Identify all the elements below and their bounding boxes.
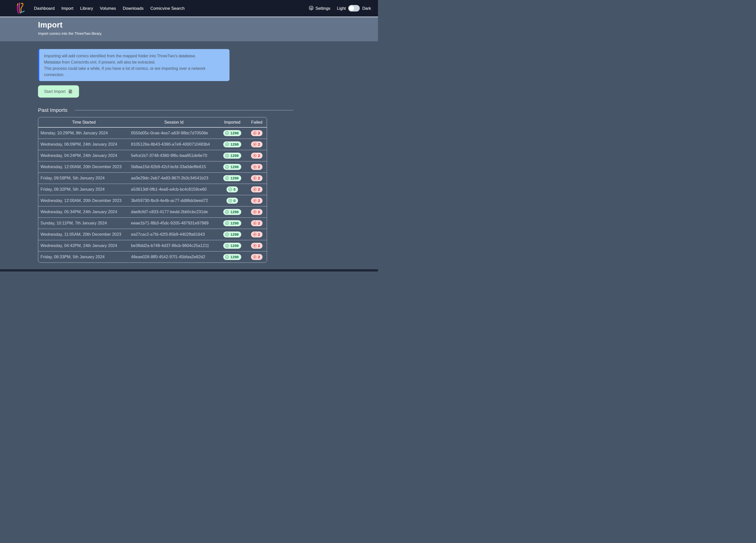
nav-item-comicvine-search[interactable]: Comicvine Search xyxy=(150,6,185,11)
cell-imported: 1298 xyxy=(218,127,246,139)
imported-count-badge: 1298 xyxy=(223,164,241,170)
check-circle-icon xyxy=(225,131,229,135)
note-line: Metadata from ComicInfo.xml, if present,… xyxy=(44,59,223,65)
failed-count-badge: 2 xyxy=(251,186,263,192)
imported-count: 1298 xyxy=(230,165,239,169)
cell-failed: 2 xyxy=(246,251,267,262)
cell-failed: 2 xyxy=(246,240,267,251)
nav-item-library[interactable]: Library xyxy=(80,6,93,11)
check-circle-icon xyxy=(225,232,229,236)
cell-time-started: Sunday, 10:11PM, 7th January 2024 xyxy=(38,217,129,229)
cell-time-started: Wednesday, 12:00AM, 20th December 2023 xyxy=(38,161,129,172)
cell-session-id: 5b8aa15d-62b9-42cf-bcfd-33a0de9fe615 xyxy=(129,161,218,172)
failed-count: 2 xyxy=(258,232,260,236)
cell-failed: 2 xyxy=(246,150,267,161)
start-import-label: Start Import xyxy=(44,89,65,94)
failed-count: 2 xyxy=(258,176,260,180)
imported-count-badge: 1298 xyxy=(223,141,241,147)
cell-session-id: 8105126a-8b43-4390-a7e9-4000710483b4 xyxy=(129,139,218,150)
cell-time-started: Friday, 08:33PM, 5th January 2024 xyxy=(38,251,129,262)
threetwo-logo-icon[interactable] xyxy=(15,2,25,15)
navbar-right: Settings Light Dark xyxy=(309,5,371,12)
imported-count: 0 xyxy=(233,199,235,202)
footer-strip xyxy=(0,269,378,272)
import-info-note: Importing will add comics identified fro… xyxy=(38,49,229,81)
imported-count: 1298 xyxy=(230,244,239,247)
settings-label: Settings xyxy=(315,6,331,11)
cell-imported: 1298 xyxy=(218,229,246,240)
note-line: Importing will add comics identified fro… xyxy=(44,53,223,59)
cell-session-id: 5efce1b7-3748-4360-9f6c-baa851de6e70 xyxy=(129,150,218,161)
nav-item-downloads[interactable]: Downloads xyxy=(123,6,143,11)
x-circle-icon xyxy=(253,232,257,236)
table-row: Wednesday, 05:34PM, 24th January 2024dae… xyxy=(38,206,267,217)
cell-failed: 2 xyxy=(246,161,267,172)
check-circle-icon xyxy=(225,221,229,225)
imported-count-badge: 1298 xyxy=(223,175,241,181)
start-import-button[interactable]: Start Import xyxy=(38,85,79,98)
imported-count: 1298 xyxy=(230,142,239,146)
check-circle-icon xyxy=(228,199,232,203)
failed-count: 2 xyxy=(258,210,260,214)
table-row: Wednesday, 12:00AM, 20th December 20235b… xyxy=(38,161,267,172)
past-imports-heading: Past Imports xyxy=(38,107,67,113)
cell-imported: 1298 xyxy=(218,217,246,229)
failed-count-badge: 2 xyxy=(251,209,263,215)
cell-imported: 1298 xyxy=(218,150,246,161)
cell-session-id: 0550d05c-0cae-4ea7-a63f-98bc7d70506e xyxy=(129,127,218,139)
theme-switcher: Light Dark xyxy=(337,5,371,12)
cell-session-id: a53613df-0fb1-4ea6-a4cb-bc4c8159ce60 xyxy=(129,184,218,195)
imported-count-badge: 1298 xyxy=(223,220,241,226)
table-row: Wednesday, 04:42PM, 24th January 2024be3… xyxy=(38,240,267,251)
table-head: Time StartedSession IdImportedFailed xyxy=(38,117,267,127)
nav-item-import[interactable]: Import xyxy=(61,6,73,11)
cell-imported: 0 xyxy=(218,184,246,195)
cell-session-id: 3b459730-fbc8-4e4b-ac77-dd86dcbeed72 xyxy=(129,195,218,206)
check-circle-icon xyxy=(228,187,232,191)
cell-imported: 0 xyxy=(218,195,246,206)
cell-failed: 2 xyxy=(246,229,267,240)
imported-count-badge: 0 xyxy=(227,198,238,204)
failed-count-badge: 2 xyxy=(251,243,263,249)
imported-count: 0 xyxy=(233,187,235,191)
cell-time-started: Wednesday, 04:24PM, 24th January 2024 xyxy=(38,150,129,161)
theme-toggle-knob xyxy=(349,6,354,11)
x-circle-icon xyxy=(253,131,257,135)
cell-imported: 1298 xyxy=(218,206,246,217)
past-imports-table: Time StartedSession IdImportedFailed Mon… xyxy=(38,117,267,263)
file-import-icon xyxy=(68,89,73,94)
page-header: Import Import comics into the ThreeTwo l… xyxy=(0,17,378,41)
cell-failed: 2 xyxy=(246,206,267,217)
settings-button[interactable]: Settings xyxy=(309,6,331,11)
failed-count-badge: 2 xyxy=(251,153,263,159)
cell-imported: 1298 xyxy=(218,251,246,262)
nav-item-volumes[interactable]: Volumes xyxy=(100,6,116,11)
table-row: Monday, 10:29PM, 8th January 20240550d05… xyxy=(38,127,267,139)
column-header-time-started: Time Started xyxy=(38,117,129,127)
cell-time-started: Wednesday, 12:00AM, 20th December 2023 xyxy=(38,195,129,206)
cell-time-started: Monday, 10:29PM, 8th January 2024 xyxy=(38,127,129,139)
failed-count: 2 xyxy=(258,187,260,191)
table-row: Wednesday, 06:09PM, 24th January 2024810… xyxy=(38,139,267,150)
heading-divider xyxy=(75,110,293,110)
cell-session-id: aa3e29dc-2eb7-4a93-967f-2b3c34541b23 xyxy=(129,172,218,184)
note-line: This process could take a while, if you … xyxy=(44,65,223,78)
cell-session-id: be38dd2a-b748-4d37-86cb-9604c25a1211 xyxy=(129,240,218,251)
cell-time-started: Wednesday, 05:34PM, 24th January 2024 xyxy=(38,206,129,217)
imported-count-badge: 1298 xyxy=(223,153,241,159)
column-header-imported: Imported xyxy=(218,117,246,127)
cell-imported: 1298 xyxy=(218,161,246,172)
imported-count: 1298 xyxy=(230,255,239,259)
failed-count: 2 xyxy=(258,131,260,135)
failed-count: 2 xyxy=(258,199,260,202)
failed-count-badge: 2 xyxy=(251,164,263,170)
table-row: Friday, 08:33PM, 5th January 202446eae02… xyxy=(38,251,267,262)
cell-time-started: Wednesday, 04:42PM, 24th January 2024 xyxy=(38,240,129,251)
cell-session-id: dae8cfd7-c833-4177-bedd-2bb5cbc231de xyxy=(129,206,218,217)
cell-failed: 2 xyxy=(246,172,267,184)
x-circle-icon xyxy=(253,210,257,214)
nav-links: DashboardImportLibraryVolumesDownloadsCo… xyxy=(34,6,185,11)
x-circle-icon xyxy=(253,199,257,203)
theme-toggle[interactable] xyxy=(348,5,360,12)
nav-item-dashboard[interactable]: Dashboard xyxy=(34,6,55,11)
